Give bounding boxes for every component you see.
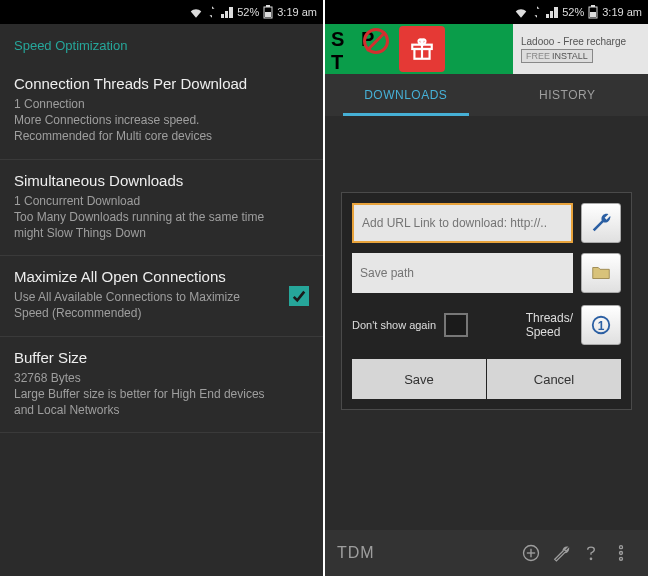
threads-speed-label: Threads/ Speed: [526, 311, 573, 340]
section-header: Speed Optimization: [0, 24, 323, 63]
settings-sync-icon: [532, 6, 542, 18]
svg-point-14: [590, 558, 591, 559]
help-icon[interactable]: [576, 543, 606, 563]
threads-button[interactable]: 1: [581, 305, 621, 345]
path-input[interactable]: [352, 253, 573, 293]
signal-icon: [546, 6, 558, 18]
svg-rect-5: [590, 12, 596, 17]
setting-title: Simultaneous Downloads: [14, 172, 309, 189]
setting-buffer-size[interactable]: Buffer Size 32768 Bytes Large Buffer siz…: [0, 337, 323, 434]
status-bar-left: 52% 3:19 am: [0, 0, 323, 24]
tab-bar: DOWNLOADS HISTORY: [325, 74, 648, 116]
svg-point-15: [620, 546, 623, 549]
setting-desc: Too Many Downloads running at the same t…: [14, 209, 284, 225]
checkbox-icon[interactable]: [289, 286, 309, 306]
setting-value: 1 Concurrent Download: [14, 193, 284, 209]
setting-title: Buffer Size: [14, 349, 309, 366]
signal-icon: [221, 6, 233, 18]
dont-show-checkbox[interactable]: [444, 313, 468, 337]
setting-title: Connection Threads Per Download: [14, 75, 309, 92]
svg-rect-2: [265, 12, 271, 17]
bottom-bar: TDM: [325, 530, 648, 576]
wifi-icon: [514, 6, 528, 18]
ad-banner[interactable]: S P T Ladooo - Free recharge FREEINSTALL: [325, 24, 648, 74]
overflow-icon[interactable]: [606, 543, 636, 563]
ad-image: S P T: [325, 24, 513, 74]
url-input[interactable]: [352, 203, 573, 243]
tab-downloads[interactable]: DOWNLOADS: [325, 74, 487, 116]
cancel-button[interactable]: Cancel: [487, 359, 621, 399]
setting-connection-threads[interactable]: Connection Threads Per Download 1 Connec…: [0, 63, 323, 160]
svg-point-17: [620, 557, 623, 560]
dont-show-label: Don't show again: [352, 319, 436, 331]
gift-icon: [399, 26, 445, 72]
svg-text:1: 1: [598, 319, 605, 333]
tab-history[interactable]: HISTORY: [487, 74, 649, 116]
setting-value: 1 Connection: [14, 96, 284, 112]
setting-desc: More Connections increase speed.: [14, 112, 284, 128]
svg-rect-4: [591, 5, 595, 7]
wifi-icon: [189, 6, 203, 18]
brand-label: TDM: [337, 544, 375, 562]
settings-sync-icon: [207, 6, 217, 18]
folder-button[interactable]: [581, 253, 621, 293]
battery-icon: [588, 5, 598, 19]
svg-point-16: [620, 552, 623, 555]
downloads-screen: 52% 3:19 am S P T Ladooo - Free recharge…: [325, 0, 650, 576]
setting-desc: Use All Available Connections to Maximiz…: [14, 289, 254, 321]
svg-rect-1: [266, 5, 270, 7]
ad-info: Ladooo - Free recharge FREEINSTALL: [513, 24, 648, 74]
clock-time: 3:19 am: [602, 6, 642, 18]
setting-maximize-connections[interactable]: Maximize All Open Connections Use All Av…: [0, 256, 323, 336]
ad-install-button[interactable]: FREEINSTALL: [521, 49, 593, 63]
setting-desc: might Slow Things Down: [14, 225, 284, 241]
battery-pct: 52%: [562, 6, 584, 18]
battery-icon: [263, 5, 273, 19]
no-entry-icon: [363, 28, 389, 54]
battery-pct: 52%: [237, 6, 259, 18]
clock-time: 3:19 am: [277, 6, 317, 18]
setting-simultaneous-downloads[interactable]: Simultaneous Downloads 1 Concurrent Down…: [0, 160, 323, 257]
setting-desc: Recommended for Multi core devices: [14, 128, 284, 144]
setting-desc: Large Buffer size is better for High End…: [14, 386, 284, 418]
wrench-button[interactable]: [581, 203, 621, 243]
settings-screen: 52% 3:19 am Speed Optimization Connectio…: [0, 0, 325, 576]
wrench-icon[interactable]: [546, 543, 576, 563]
save-button[interactable]: Save: [352, 359, 486, 399]
setting-title: Maximize All Open Connections: [14, 268, 309, 285]
ad-text: Ladooo - Free recharge: [521, 36, 640, 47]
add-download-dialog: Don't show again Threads/ Speed 1 Save C…: [341, 192, 632, 410]
add-icon[interactable]: [516, 543, 546, 563]
status-bar-right: 52% 3:19 am: [325, 0, 648, 24]
setting-value: 32768 Bytes: [14, 370, 284, 386]
